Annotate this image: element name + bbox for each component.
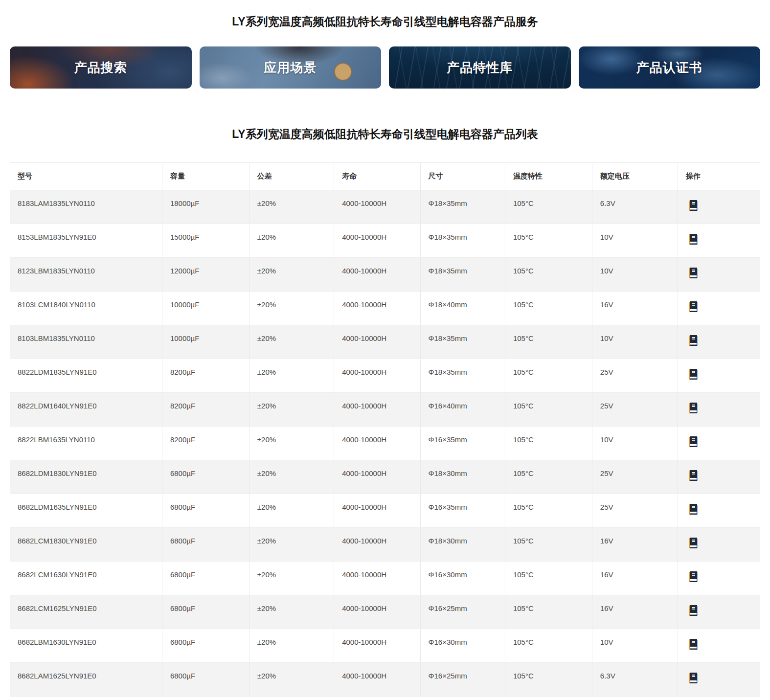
cell-tolerance: ±20% [249,190,334,224]
view-document-button[interactable] [689,335,699,347]
product-table: 型号 容量 公差 寿命 尺寸 温度特性 额定电压 操作 8183LAM1835L… [10,162,760,697]
cell-temperature: 105°C [505,224,592,258]
service-title: LY系列宽温度高频低阻抗特长寿命引线型电解电容器产品服务 [10,14,760,29]
view-document-button[interactable] [689,403,699,414]
cell-capacity: 6800µF [162,460,249,494]
table-body: 8183LAM1835LYN0110 18000µF ±20% 4000-100… [10,190,760,697]
table-row: 8103LCM1840LYN0110 10000µF ±20% 4000-100… [10,292,760,325]
cell-voltage: 25V [592,359,678,393]
cell-capacity: 6800µF [162,595,249,629]
cell-size: Φ18×35mm [420,258,505,292]
view-document-button[interactable] [689,673,699,684]
view-document-button[interactable] [689,234,699,246]
cell-model: 8822LDM1835LYN91E0 [10,359,162,393]
banner-application-scenes-label: 应用场景 [264,59,317,76]
cell-capacity: 18000µF [162,190,249,224]
cell-life: 4000-10000H [334,595,420,629]
view-document-button[interactable] [689,538,699,549]
cell-capacity: 6800µF [162,663,249,697]
notebook-icon [689,335,699,347]
view-document-button[interactable] [689,200,699,212]
cell-size: Φ18×35mm [420,190,505,224]
cell-action [678,494,760,528]
cell-model: 8682LCM1630LYN91E0 [10,562,162,595]
table-row: 8123LBM1835LYN0110 12000µF ±20% 4000-100… [10,258,760,292]
cell-tolerance: ±20% [249,427,334,460]
cell-capacity: 12000µF [162,258,249,292]
list-title: LY系列宽温度高频低阻抗特长寿命引线型电解电容器产品列表 [10,126,760,142]
cell-action [678,292,760,325]
cell-size: Φ16×35mm [420,494,505,528]
cell-voltage: 16V [592,595,678,629]
cell-tolerance: ±20% [249,528,334,562]
cell-model: 8103LCM1840LYN0110 [10,292,162,325]
banner-product-search[interactable]: 产品搜索 [10,46,192,89]
cell-model: 8103LBM1835LYN0110 [10,325,162,359]
notebook-icon [689,436,699,448]
cell-size: Φ18×40mm [420,292,505,325]
cell-tolerance: ±20% [249,325,334,359]
cell-action [678,325,760,359]
cell-voltage: 10V [592,224,678,258]
cell-life: 4000-10000H [334,528,420,562]
view-document-button[interactable] [689,605,699,617]
notebook-icon [689,301,699,313]
cell-capacity: 8200µF [162,427,249,460]
cell-tolerance: ±20% [249,595,334,629]
view-document-button[interactable] [689,301,699,313]
cell-life: 4000-10000H [334,494,420,528]
cell-tolerance: ±20% [249,224,334,258]
column-header-life: 寿命 [334,163,420,190]
cell-size: Φ18×35mm [420,325,505,359]
table-row: 8103LBM1835LYN0110 10000µF ±20% 4000-100… [10,325,760,359]
banner-feature-library-label: 产品特性库 [447,59,513,76]
cell-size: Φ16×35mm [420,427,505,460]
cell-tolerance: ±20% [249,629,334,663]
view-document-button[interactable] [689,639,699,651]
notebook-icon [689,504,699,516]
table-row: 8682LDM1635LYN91E0 6800µF ±20% 4000-1000… [10,494,760,528]
cell-capacity: 8200µF [162,359,249,393]
view-document-button[interactable] [689,268,699,279]
cell-tolerance: ±20% [249,460,334,494]
cell-model: 8682LDM1635LYN91E0 [10,494,162,528]
cell-tolerance: ±20% [249,393,334,427]
cell-action [678,190,760,224]
cell-temperature: 105°C [505,595,592,629]
notebook-icon [689,200,699,212]
cell-voltage: 10V [592,325,678,359]
view-document-button[interactable] [689,436,699,448]
cell-action [678,663,760,697]
view-document-button[interactable] [689,571,699,583]
cell-life: 4000-10000H [334,460,420,494]
cell-model: 8682LCM1830LYN91E0 [10,528,162,562]
cell-size: Φ18×35mm [420,224,505,258]
cell-temperature: 105°C [505,292,592,325]
table-row: 8682LCM1630LYN91E0 6800µF ±20% 4000-1000… [10,562,760,595]
banner-certificates[interactable]: 产品认证书 [579,46,761,89]
cell-model: 8822LDM1640LYN91E0 [10,393,162,427]
cell-tolerance: ±20% [249,562,334,595]
table-row: 8682LAM1625LYN91E0 6800µF ±20% 4000-1000… [10,663,760,697]
cell-life: 4000-10000H [334,562,420,595]
banner-feature-library[interactable]: 产品特性库 [389,46,571,89]
notebook-icon [689,639,699,651]
banner-application-scenes[interactable]: 应用场景 [200,46,382,89]
cell-voltage: 6.3V [592,663,678,697]
cell-size: Φ18×30mm [420,528,505,562]
cell-temperature: 105°C [505,190,592,224]
product-table-wrap: 型号 容量 公差 寿命 尺寸 温度特性 额定电压 操作 8183LAM1835L… [10,162,760,697]
cell-capacity: 6800µF [162,562,249,595]
view-document-button[interactable] [689,504,699,516]
cell-temperature: 105°C [505,629,592,663]
table-row: 8822LDM1640LYN91E0 8200µF ±20% 4000-1000… [10,393,760,427]
notebook-icon [689,470,699,482]
cell-life: 4000-10000H [334,359,420,393]
cell-temperature: 105°C [505,528,592,562]
view-document-button[interactable] [689,470,699,482]
banner-nav: 产品搜索 应用场景 产品特性库 产品认证书 [10,46,760,89]
notebook-icon [689,234,699,246]
cell-model: 8822LBM1635LYN0110 [10,427,162,460]
cell-action [678,595,760,629]
view-document-button[interactable] [689,369,699,381]
